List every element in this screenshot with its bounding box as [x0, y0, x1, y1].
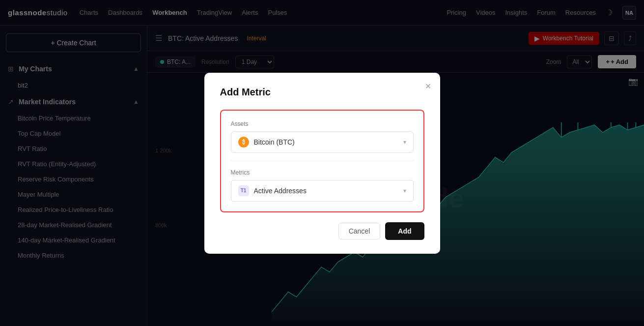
btc-icon: ₿ — [238, 137, 249, 148]
modal-divider — [231, 161, 414, 161]
t1-badge: T1 — [238, 185, 249, 196]
metric-chevron-icon: ▾ — [403, 187, 406, 194]
modal-footer: Cancel Add — [220, 222, 424, 240]
modal-title: Add Metric — [220, 87, 424, 98]
cancel-button[interactable]: Cancel — [338, 223, 381, 239]
metric-value: Active Addresses — [254, 187, 307, 195]
metrics-label: Metrics — [231, 169, 414, 176]
modal-red-section: Assets ₿ Bitcoin (BTC) ▾ Metrics T1 Acti… — [220, 110, 424, 212]
modal-backdrop: Add Metric × Assets ₿ Bitcoin (BTC) ▾ Me… — [0, 0, 644, 326]
metrics-select[interactable]: T1 Active Addresses ▾ — [231, 180, 414, 202]
asset-value: Bitcoin (BTC) — [254, 138, 295, 146]
metric-select-row: T1 Active Addresses — [238, 185, 307, 196]
asset-select-row: ₿ Bitcoin (BTC) — [238, 137, 295, 148]
assets-label: Assets — [231, 120, 414, 127]
add-button[interactable]: Add — [385, 222, 424, 240]
assets-select[interactable]: ₿ Bitcoin (BTC) ▾ — [231, 131, 414, 153]
add-metric-modal: Add Metric × Assets ₿ Bitcoin (BTC) ▾ Me… — [204, 73, 440, 254]
asset-chevron-icon: ▾ — [403, 139, 406, 146]
modal-close-button[interactable]: × — [425, 81, 431, 92]
